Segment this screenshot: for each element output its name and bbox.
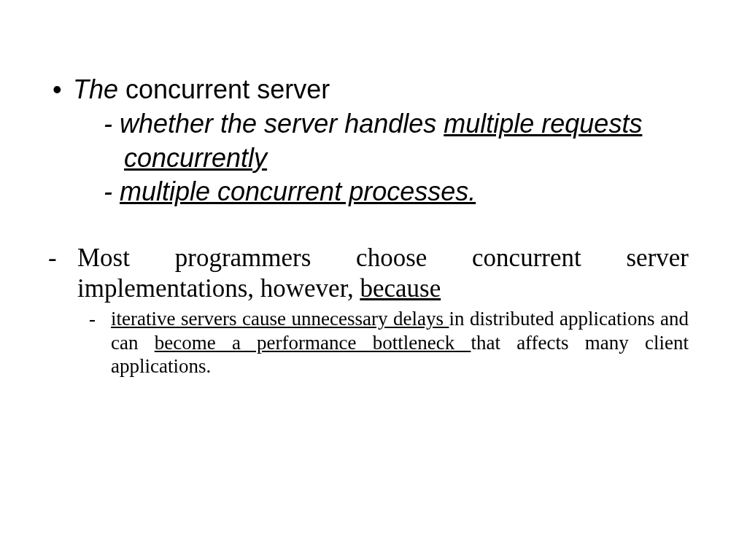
sub-bullet-1: - whether the server handles multiple re… [44, 107, 703, 141]
dash-sub-item-1: - iterative servers cause unnecessary de… [44, 307, 703, 378]
bullet-text: The concurrent server [73, 73, 703, 107]
bullet-item-1: • The concurrent server [44, 73, 703, 107]
dash-item-1: - Most programmers choose concurrent ser… [44, 243, 703, 304]
p2-u1: because [360, 274, 441, 303]
sub1-prefix: - [104, 109, 120, 139]
sub1b-underlined: concurrently [124, 143, 267, 173]
sub1-underlined: multiple requests [444, 109, 642, 139]
dash-text: Most programmers choose concurrent serve… [77, 243, 703, 304]
bullet-marker: • [44, 73, 73, 107]
sub2-underlined: multiple concurrent processes. [120, 176, 476, 206]
dash-sub-marker: - [89, 307, 111, 330]
lead-italic: The [73, 74, 118, 104]
sub2-prefix: - [104, 176, 120, 206]
dash-marker: - [44, 243, 77, 273]
dash-sub-text: iterative servers cause unnecessary dela… [111, 307, 703, 378]
spacer [44, 209, 703, 243]
p2-sub-u2: become a performance bottleneck [155, 332, 471, 354]
lead-rest: concurrent server [118, 74, 330, 104]
slide-body: • The concurrent server - whether the se… [0, 0, 747, 560]
sub-bullet-2: - multiple concurrent processes. [44, 175, 703, 209]
sub-bullet-1-cont: concurrently [44, 141, 703, 176]
p2-sub-u1: iterative servers cause unnecessary dela… [111, 308, 449, 330]
sub1-plain: whether the server handles [120, 109, 444, 139]
